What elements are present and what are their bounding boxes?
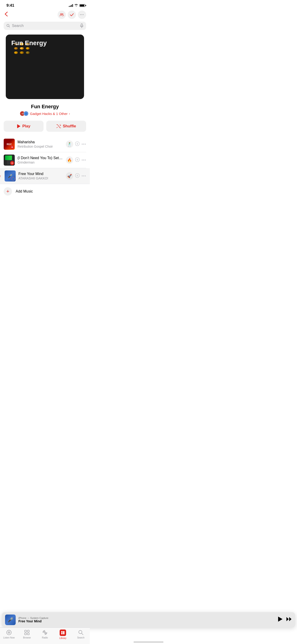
- track-emoji-1: 🕺: [66, 140, 73, 148]
- check-icon: [70, 13, 74, 17]
- track-item[interactable]: RGC G Maharisha Retribution Gospel Choir…: [4, 136, 86, 152]
- track-more-icon-1[interactable]: •••: [82, 142, 86, 146]
- action-buttons: Play Shuffle: [0, 119, 90, 136]
- track-emoji-2: 🔥: [66, 156, 73, 164]
- status-icons: [69, 4, 85, 7]
- add-music-button[interactable]: +: [4, 187, 12, 196]
- friends-icon: [60, 13, 64, 17]
- track-artist-2: Grinderman: [18, 160, 63, 164]
- playlist-title: Fun Energy: [4, 104, 86, 110]
- track-art-3: 🎤 👤: [4, 170, 16, 182]
- track-name-2: (I Don't Need You To) Set Me Free: [18, 156, 63, 160]
- battery-icon: [80, 4, 85, 7]
- download-icon-3[interactable]: [75, 173, 80, 179]
- orb-5: [20, 47, 24, 50]
- back-button[interactable]: [4, 10, 9, 19]
- album-art-container: Fun Energy: [0, 33, 90, 103]
- more-dots-icon: ···: [80, 12, 84, 17]
- track-more-icon-3[interactable]: •••: [82, 174, 86, 178]
- status-time: 9:41: [6, 3, 14, 8]
- search-icon: [6, 24, 10, 28]
- track-artist-3: ATARASHII GAKKO!: [18, 176, 63, 180]
- playlist-authors[interactable]: G 👤 Gadget Hacks & 1 Other ›: [4, 111, 86, 116]
- add-music-row[interactable]: + Add Music: [0, 184, 90, 199]
- playlist-info: Fun Energy G 👤 Gadget Hacks & 1 Other ›: [0, 103, 90, 119]
- track-info-2: (I Don't Need You To) Set Me Free Grinde…: [18, 156, 63, 164]
- status-bar: 9:41: [0, 0, 90, 10]
- track-artist-1: Retribution Gospel Choir: [18, 145, 63, 148]
- download-icon-2[interactable]: [75, 157, 80, 163]
- track-info-1: Maharisha Retribution Gospel Choir: [18, 140, 63, 148]
- orb-9: [26, 51, 30, 54]
- orb-4: [14, 47, 18, 50]
- play-icon: [17, 124, 20, 128]
- track-more-icon-2[interactable]: •••: [82, 158, 86, 162]
- track-actions-1: 🕺 •••: [66, 140, 86, 148]
- svg-point-1: [62, 14, 63, 15]
- search-placeholder: Search: [12, 24, 78, 28]
- track-list: RGC G Maharisha Retribution Gospel Choir…: [0, 136, 90, 184]
- track-name-3: Free Your Mind: [18, 172, 63, 176]
- authors-chevron-icon: ›: [69, 112, 70, 116]
- author-avatars: G 👤: [20, 111, 28, 116]
- track-item[interactable]: ★ 🎤 👤 Free Your Mind ATARASHII GAKKO! 🚀: [0, 168, 90, 184]
- wifi-icon: [74, 4, 78, 7]
- friends-button[interactable]: [58, 10, 66, 19]
- add-music-label: Add Music: [16, 189, 33, 194]
- orb-8: [20, 51, 24, 54]
- star-badge: ★: [0, 174, 1, 178]
- orb-6: [26, 47, 30, 50]
- nav-right-icons: ···: [58, 10, 86, 19]
- play-button[interactable]: Play: [4, 121, 44, 132]
- svg-rect-3: [81, 24, 82, 26]
- track-art-1: RGC G: [4, 139, 15, 150]
- shuffle-label: Shuffle: [63, 124, 76, 128]
- track-art-2: G: [4, 154, 15, 166]
- signal-bars-icon: [69, 4, 73, 7]
- microphone-icon: [80, 24, 83, 28]
- track-emoji-3: 🚀: [66, 172, 73, 180]
- download-icon-1[interactable]: [75, 142, 80, 147]
- album-cover-title: Fun Energy: [11, 39, 47, 47]
- track-actions-3: 🚀 •••: [66, 172, 86, 180]
- playlist-author-text: Gadget Hacks & 1 Other: [30, 112, 68, 116]
- svg-point-0: [60, 13, 62, 15]
- check-button[interactable]: [68, 10, 76, 19]
- more-button[interactable]: ···: [78, 10, 86, 19]
- shuffle-button[interactable]: Shuffle: [46, 121, 86, 132]
- author-avatar-2: 👤: [24, 111, 28, 116]
- album-cover: Fun Energy: [6, 34, 84, 99]
- play-label: Play: [22, 124, 30, 128]
- search-bar[interactable]: Search: [4, 22, 86, 30]
- track-info-3: Free Your Mind ATARASHII GAKKO!: [18, 172, 63, 180]
- track-name-1: Maharisha: [18, 140, 63, 144]
- nav-header: ···: [0, 10, 90, 21]
- shuffle-icon: [56, 124, 61, 128]
- track-item[interactable]: G (I Don't Need You To) Set Me Free Grin…: [4, 152, 86, 168]
- orb-7: [14, 51, 18, 54]
- track-actions-2: 🔥 •••: [66, 156, 86, 164]
